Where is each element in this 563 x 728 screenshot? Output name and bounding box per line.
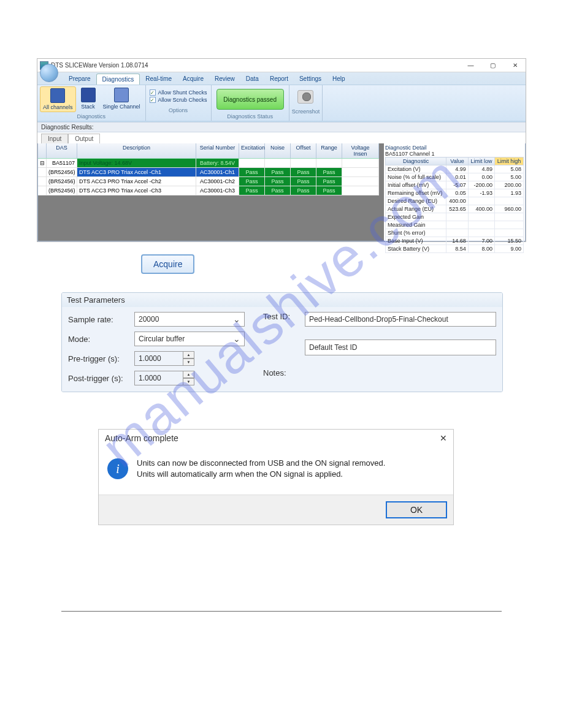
camera-icon (297, 90, 313, 104)
menu-bar: Prepare Diagnostics Real-time Acquire Re… (37, 74, 526, 85)
mode-label: Mode: (68, 335, 129, 344)
maximize-button[interactable] (481, 59, 504, 72)
single-channel-button[interactable]: Single Channel (101, 86, 143, 112)
ok-button[interactable]: OK (386, 501, 447, 518)
test-parameters-panel: Test Parameters Sample rate: 20000 Mode:… (61, 292, 503, 392)
tab-output[interactable]: Output (68, 134, 100, 143)
menu-data[interactable]: Data (240, 74, 264, 85)
sample-rate-combo[interactable]: 20000 (134, 312, 245, 327)
detail-table: Diagnostic Value Limit low Limit high Ex… (385, 157, 524, 253)
info-icon: i (107, 458, 128, 479)
minimize-button[interactable] (459, 59, 481, 72)
mode-combo[interactable]: Circular buffer (134, 332, 245, 346)
app-window: DTS SLICEWare Version 1.08.0714 Prepare … (37, 58, 526, 242)
chevron-up-icon[interactable]: ▲ (183, 351, 194, 358)
group-diagnostics-label: Diagnostics (77, 112, 106, 121)
menu-acquire[interactable]: Acquire (177, 74, 209, 85)
dialog-title: Auto-Arm complete (105, 433, 178, 443)
group-options-label: Options (169, 106, 188, 115)
menu-review[interactable]: Review (209, 74, 240, 85)
notes-label: Notes: (263, 368, 300, 377)
pre-trigger-stepper[interactable]: 1.0000 ▲▼ (134, 351, 245, 366)
diagnostics-status-indicator: Diagnostics passed (216, 89, 284, 110)
diagnostic-results-label: Diagnostic Results: (37, 122, 526, 132)
table-row[interactable]: (BR52456) DTS ACC3 PRO Triax Accel -Ch1 … (38, 168, 379, 177)
dialog-message: Units can now be disconnected from USB a… (137, 458, 385, 480)
all-channels-icon (50, 88, 65, 103)
stack-button[interactable]: Stack (79, 86, 98, 112)
menu-realtime[interactable]: Real-time (140, 74, 177, 85)
table-row[interactable]: ⊟ BA51107 Input Voltage: 14.68V Battery:… (38, 159, 379, 168)
menu-report[interactable]: Report (264, 74, 294, 85)
allow-scrub-checkbox[interactable]: ✓Allow Scrub Checks (150, 96, 207, 104)
tab-input[interactable]: Input (41, 134, 68, 143)
chevron-up-icon[interactable]: ▲ (183, 371, 194, 378)
table-row[interactable]: (BR52456) DTS ACC3 PRO Triax Accel -Ch3 … (38, 186, 379, 195)
menu-help[interactable]: Help (327, 74, 351, 85)
default-test-id-field[interactable]: Default Test ID (305, 339, 496, 355)
acquire-button[interactable]: Acquire (141, 254, 194, 274)
chevron-down-icon[interactable]: ▼ (183, 378, 194, 385)
group-status-label: Diagnostics Status (227, 112, 273, 121)
table-row[interactable]: (BR52456) DTS ACC3 PRO Triax Accel -Ch2 … (38, 177, 379, 186)
single-channel-icon (114, 88, 129, 102)
app-orb-button[interactable] (40, 64, 58, 82)
menu-diagnostics[interactable]: Diagnostics (96, 74, 140, 85)
screenshot-button[interactable]: Screenshot (292, 107, 320, 116)
chevron-down-icon[interactable]: ▼ (183, 358, 194, 366)
allow-shunt-checkbox[interactable]: ✓Allow Shunt Checks (150, 89, 207, 96)
post-trigger-stepper[interactable]: 1.0000 ▲▼ (134, 371, 245, 385)
post-trigger-label: Post-trigger (s): (68, 374, 129, 383)
sample-rate-label: Sample rate: (68, 315, 129, 324)
test-id-label: Test ID: (263, 312, 300, 321)
close-button[interactable] (504, 59, 526, 72)
all-channels-button[interactable]: All channels (40, 86, 76, 112)
auto-arm-dialog: Auto-Arm complete ✕ i Units can now be d… (98, 429, 454, 525)
menu-prepare[interactable]: Prepare (63, 74, 96, 85)
dialog-close-button[interactable]: ✕ (440, 433, 447, 443)
test-id-field[interactable]: Ped-Head-Cellbond-Drop5-Final-Checkout (305, 312, 496, 327)
pre-trigger-label: Pre-trigger (s): (68, 354, 129, 363)
window-title: DTS SLICEWare Version 1.08.0714 (51, 62, 459, 69)
results-grid[interactable]: DAS Description Serial Number Excitation… (38, 143, 379, 241)
diagnostic-detail-panel: Diagnostic Detail BA51107 Channel 1 Diag… (384, 143, 525, 241)
panel-title: Test Parameters (62, 293, 502, 307)
stack-icon (81, 88, 96, 102)
menu-settings[interactable]: Settings (294, 74, 327, 85)
